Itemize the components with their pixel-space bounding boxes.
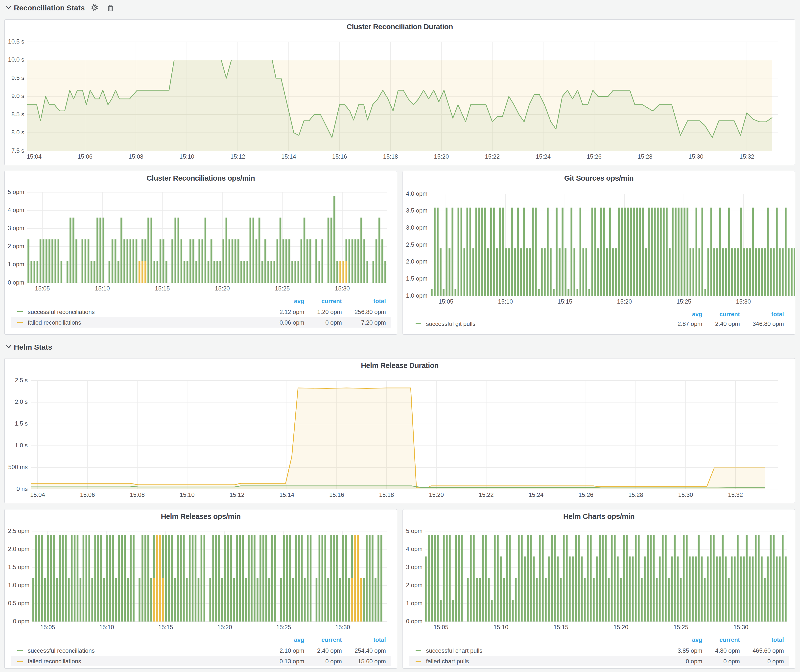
- svg-text:avg: avg: [692, 636, 702, 643]
- svg-text:0 ns: 0 ns: [17, 485, 28, 492]
- svg-text:2.0 s: 2.0 s: [15, 398, 28, 405]
- svg-text:current: current: [719, 311, 740, 317]
- svg-text:15:20: 15:20: [613, 624, 628, 630]
- svg-text:1.5 opm: 1.5 opm: [8, 564, 29, 570]
- svg-text:15:12: 15:12: [230, 491, 245, 498]
- svg-text:2.5 opm: 2.5 opm: [8, 528, 29, 534]
- svg-text:346.80 opm: 346.80 opm: [752, 320, 784, 327]
- svg-text:15.60 opm: 15.60 opm: [358, 658, 386, 665]
- svg-text:4.0 opm: 4.0 opm: [406, 190, 427, 197]
- svg-text:15:08: 15:08: [129, 153, 144, 160]
- svg-text:15:05: 15:05: [40, 624, 55, 630]
- svg-text:15:22: 15:22: [478, 491, 493, 498]
- svg-text:2.0 opm: 2.0 opm: [8, 546, 29, 552]
- svg-text:15:16: 15:16: [329, 491, 344, 498]
- svg-text:10.5 s: 10.5 s: [8, 38, 24, 45]
- svg-text:8.0 s: 8.0 s: [11, 129, 24, 136]
- svg-text:2.10 opm: 2.10 opm: [280, 647, 304, 654]
- svg-text:1 opm: 1 opm: [406, 600, 422, 606]
- svg-text:15:05: 15:05: [35, 285, 50, 292]
- svg-text:0.13 opm: 0.13 opm: [280, 658, 304, 665]
- svg-text:9.5 s: 9.5 s: [11, 74, 24, 81]
- svg-text:4.80 opm: 4.80 opm: [715, 647, 740, 654]
- svg-text:failed reconciliations: failed reconciliations: [28, 658, 81, 665]
- svg-text:2 opm: 2 opm: [8, 243, 24, 250]
- svg-text:2.5 opm: 2.5 opm: [406, 241, 427, 248]
- svg-text:0 opm: 0 opm: [13, 618, 29, 624]
- svg-text:15:05: 15:05: [434, 624, 448, 630]
- svg-text:15:30: 15:30: [736, 298, 751, 305]
- svg-text:7.5 s: 7.5 s: [11, 147, 24, 154]
- svg-text:5 opm: 5 opm: [8, 189, 24, 195]
- svg-text:3 opm: 3 opm: [8, 225, 24, 231]
- svg-text:1 opm: 1 opm: [8, 261, 24, 267]
- svg-text:4 opm: 4 opm: [8, 206, 24, 213]
- svg-text:15:25: 15:25: [674, 624, 688, 630]
- svg-text:15:12: 15:12: [230, 153, 245, 160]
- svg-text:0 opm: 0 opm: [325, 658, 342, 665]
- svg-text:0.06 opm: 0.06 opm: [280, 319, 304, 326]
- svg-text:15:15: 15:15: [158, 624, 173, 630]
- svg-text:3 opm: 3 opm: [406, 564, 422, 570]
- svg-text:7.20 opm: 7.20 opm: [361, 319, 386, 326]
- svg-text:Cluster Reconciliation Duratio: Cluster Reconciliation Duration: [347, 22, 453, 31]
- svg-text:total: total: [373, 636, 386, 643]
- svg-text:15:30: 15:30: [335, 624, 350, 630]
- svg-text:1.0 opm: 1.0 opm: [8, 582, 29, 588]
- svg-text:2.40 opm: 2.40 opm: [317, 647, 342, 654]
- svg-text:15:20: 15:20: [429, 491, 444, 498]
- svg-text:500 ms: 500 ms: [8, 464, 28, 470]
- svg-text:15:30: 15:30: [733, 624, 748, 630]
- svg-text:15:14: 15:14: [279, 491, 294, 498]
- svg-text:successful reconciliations: successful reconciliations: [28, 647, 95, 654]
- svg-text:15:28: 15:28: [638, 153, 653, 160]
- svg-text:1.5 opm: 1.5 opm: [406, 275, 427, 282]
- svg-text:15:15: 15:15: [155, 285, 170, 292]
- svg-text:Helm Releases ops/min: Helm Releases ops/min: [161, 512, 241, 520]
- svg-text:1.0 opm: 1.0 opm: [406, 292, 427, 299]
- svg-text:2.87 opm: 2.87 opm: [678, 320, 702, 327]
- svg-text:15:15: 15:15: [558, 298, 573, 305]
- svg-text:0 opm: 0 opm: [406, 618, 422, 624]
- svg-text:15:25: 15:25: [275, 285, 290, 292]
- svg-text:15:08: 15:08: [130, 491, 145, 498]
- svg-text:15:16: 15:16: [332, 153, 347, 160]
- svg-text:15:04: 15:04: [27, 153, 42, 160]
- svg-text:Cluster Reconciliations ops/mi: Cluster Reconciliations ops/min: [146, 174, 255, 182]
- svg-text:5 opm: 5 opm: [406, 528, 422, 534]
- svg-text:avg: avg: [294, 636, 304, 643]
- svg-text:15:30: 15:30: [335, 285, 350, 292]
- svg-text:successful git pulls: successful git pulls: [426, 320, 475, 327]
- svg-text:2.5 s: 2.5 s: [15, 377, 28, 384]
- svg-text:0 opm: 0 opm: [8, 279, 24, 286]
- svg-text:2.12 opm: 2.12 opm: [280, 309, 304, 315]
- svg-text:successful reconciliations: successful reconciliations: [28, 309, 95, 315]
- svg-text:15:20: 15:20: [215, 285, 230, 292]
- svg-text:2.40 opm: 2.40 opm: [715, 320, 740, 327]
- svg-text:2.0 opm: 2.0 opm: [406, 258, 427, 265]
- svg-text:15:10: 15:10: [498, 298, 513, 305]
- svg-text:15:26: 15:26: [578, 491, 593, 498]
- svg-text:15:26: 15:26: [587, 153, 602, 160]
- svg-text:total: total: [771, 636, 784, 643]
- svg-text:Git Sources ops/min: Git Sources ops/min: [564, 174, 634, 182]
- svg-text:1.0 s: 1.0 s: [15, 442, 28, 449]
- svg-text:15:22: 15:22: [485, 153, 500, 160]
- svg-text:465.60 opm: 465.60 opm: [752, 647, 784, 654]
- svg-text:10.0 s: 10.0 s: [8, 56, 24, 63]
- svg-text:2 opm: 2 opm: [406, 582, 422, 588]
- svg-text:0.5 opm: 0.5 opm: [8, 600, 29, 606]
- svg-text:15:25: 15:25: [276, 624, 291, 630]
- svg-text:4 opm: 4 opm: [406, 546, 422, 552]
- svg-text:3.85 opm: 3.85 opm: [678, 647, 702, 654]
- svg-text:15:18: 15:18: [383, 153, 398, 160]
- svg-text:15:06: 15:06: [80, 491, 95, 498]
- svg-text:15:25: 15:25: [677, 298, 691, 305]
- svg-text:15:24: 15:24: [529, 491, 544, 498]
- svg-text:0 opm: 0 opm: [767, 658, 784, 665]
- svg-text:256.80 opm: 256.80 opm: [355, 309, 386, 315]
- svg-text:15:10: 15:10: [99, 624, 114, 630]
- svg-text:15:10: 15:10: [179, 491, 194, 498]
- svg-text:15:10: 15:10: [493, 624, 508, 630]
- svg-text:Helm Charts ops/min: Helm Charts ops/min: [563, 512, 635, 520]
